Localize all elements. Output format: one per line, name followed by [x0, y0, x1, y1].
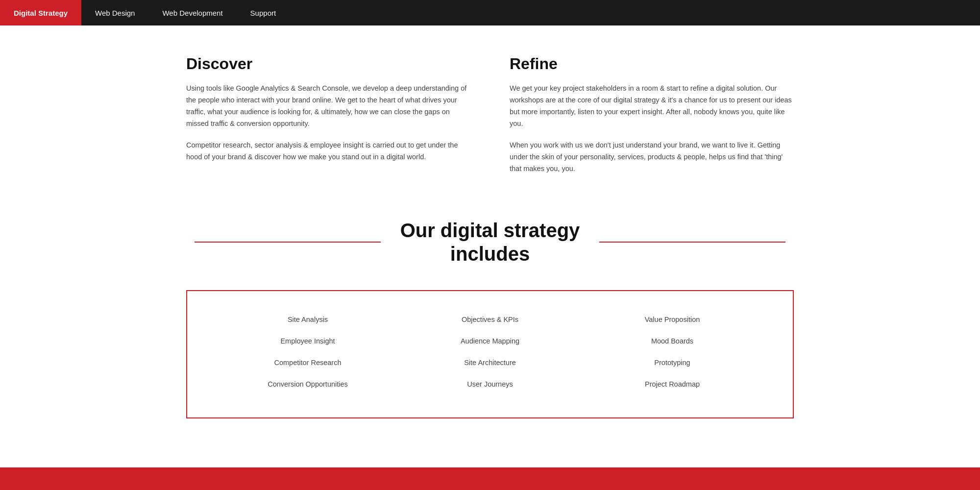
strategy-grid: Site Analysis Employee Insight Competito…	[217, 316, 763, 388]
footer-bar	[0, 467, 980, 490]
strategy-item-conversion-opportunities: Conversion Opportunities	[268, 380, 348, 388]
nav-web-design[interactable]: Web Design	[81, 0, 148, 25]
refine-para-1: We get your key project stakeholders in …	[510, 83, 794, 130]
strategy-col-1: Site Analysis Employee Insight Competito…	[217, 316, 399, 388]
refine-title: Refine	[510, 55, 794, 73]
discover-column: Discover Using tools like Google Analyti…	[186, 55, 470, 174]
strategy-item-mood-boards: Mood Boards	[651, 337, 693, 345]
strategy-section: Our digital strategy includes Site Analy…	[186, 209, 794, 448]
strategy-item-audience-mapping: Audience Mapping	[461, 337, 519, 345]
strategy-title: Our digital strategy includes	[381, 219, 600, 266]
strategy-item-competitor-research: Competitor Research	[274, 359, 342, 367]
strategy-title-wrap: Our digital strategy includes	[186, 219, 794, 266]
strategy-box: Site Analysis Employee Insight Competito…	[186, 290, 794, 418]
main-nav: Digital Strategy Web Design Web Developm…	[0, 0, 980, 25]
nav-support[interactable]: Support	[237, 0, 290, 25]
nav-digital-strategy[interactable]: Digital Strategy	[0, 0, 81, 25]
strategy-item-employee-insight: Employee Insight	[280, 337, 335, 345]
strategy-item-prototyping: Prototyping	[654, 359, 690, 367]
nav-web-development[interactable]: Web Development	[148, 0, 236, 25]
strategy-col-3: Value Proposition Mood Boards Prototypin…	[581, 316, 763, 388]
refine-body: We get your key project stakeholders in …	[510, 83, 794, 174]
discover-refine-section: Discover Using tools like Google Analyti…	[186, 55, 794, 174]
strategy-item-site-architecture: Site Architecture	[464, 359, 516, 367]
title-line-right	[599, 242, 785, 243]
discover-para-1: Using tools like Google Analytics & Sear…	[186, 83, 470, 130]
strategy-item-site-analysis: Site Analysis	[288, 316, 328, 323]
strategy-col-2: Objectives & KPIs Audience Mapping Site …	[399, 316, 581, 388]
strategy-item-user-journeys: User Journeys	[467, 380, 513, 388]
main-content: Discover Using tools like Google Analyti…	[147, 25, 833, 467]
discover-para-2: Competitor research, sector analysis & e…	[186, 140, 470, 163]
refine-para-2: When you work with us we don't just unde…	[510, 140, 794, 175]
title-line-left	[195, 242, 381, 243]
discover-body: Using tools like Google Analytics & Sear…	[186, 83, 470, 163]
discover-title: Discover	[186, 55, 470, 73]
strategy-item-objectives-kpis: Objectives & KPIs	[462, 316, 518, 323]
strategy-item-value-proposition: Value Proposition	[645, 316, 700, 323]
refine-column: Refine We get your key project stakehold…	[510, 55, 794, 174]
strategy-item-project-roadmap: Project Roadmap	[645, 380, 700, 388]
